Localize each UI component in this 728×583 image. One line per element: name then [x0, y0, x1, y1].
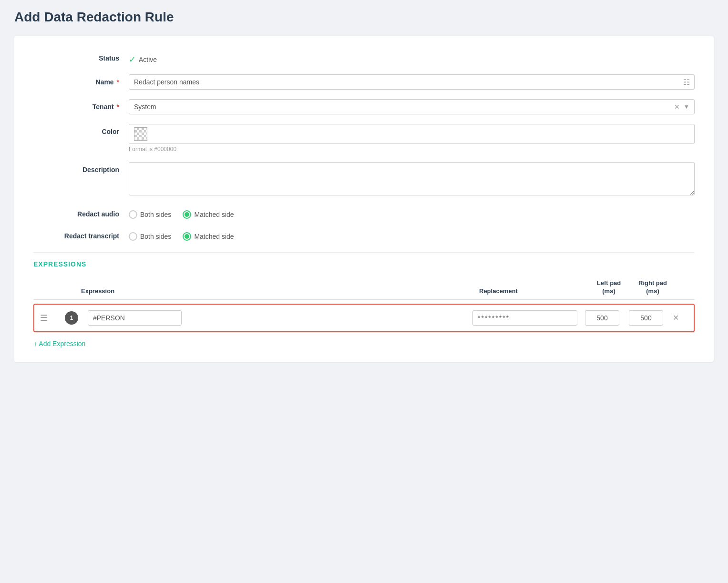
table-row: ☰ 1 ✕	[33, 304, 695, 332]
expression-input[interactable]	[88, 310, 182, 326]
replacement-cell	[472, 310, 577, 326]
name-list-icon: ☷	[683, 78, 690, 87]
color-field[interactable]	[129, 124, 695, 144]
row-number-badge: 1	[65, 311, 78, 325]
tenant-select[interactable]: System ✕ ▼	[129, 99, 695, 114]
tenant-select-value: System	[134, 103, 674, 111]
remove-cell: ✕	[671, 311, 688, 324]
form-card: Status ✓ Active Name * ☷ Tenant * Sys	[14, 36, 714, 362]
remove-row-button[interactable]: ✕	[671, 311, 681, 324]
name-control: ☷	[129, 74, 695, 90]
description-input[interactable]	[129, 162, 695, 195]
replacement-input[interactable]	[472, 310, 577, 326]
leftpad-cell	[583, 310, 621, 326]
redact-audio-both-sides[interactable]: Both sides	[129, 210, 171, 219]
redact-audio-label: Redact audio	[33, 206, 129, 218]
tenant-clear-icon[interactable]: ✕	[674, 103, 680, 111]
name-required-marker: *	[115, 78, 119, 86]
redact-audio-matched-side[interactable]: Matched side	[183, 210, 234, 219]
redact-transcript-matched-side-label: Matched side	[194, 233, 234, 240]
row-number-wrap: 1	[65, 311, 82, 325]
expressions-header: Expression Replacement Left pad (ms) Rig…	[33, 276, 695, 300]
tenant-control: System ✕ ▼	[129, 99, 695, 114]
status-checked-icon[interactable]: ✓	[129, 54, 136, 65]
redact-audio-radio-group: Both sides Matched side	[129, 206, 695, 219]
redact-transcript-both-sides-radio[interactable]	[129, 232, 137, 241]
drag-handle-wrap: ☰	[40, 313, 59, 323]
redact-transcript-both-sides[interactable]: Both sides	[129, 232, 171, 241]
page-title: Add Data Redaction Rule	[14, 10, 714, 25]
tenant-row: Tenant * System ✕ ▼	[33, 99, 695, 114]
expression-col-header: Expression	[81, 287, 473, 296]
expressions-table: Expression Replacement Left pad (ms) Rig…	[33, 276, 695, 332]
tenant-required-marker: *	[115, 103, 119, 111]
rightpad-cell	[627, 310, 665, 326]
expression-cell	[88, 310, 467, 326]
tenant-dropdown-icon[interactable]: ▼	[684, 103, 689, 110]
replacement-col-header: Replacement	[479, 287, 584, 296]
redact-transcript-label: Redact transcript	[33, 228, 129, 240]
status-value: Active	[139, 56, 157, 63]
color-preview-swatch	[134, 127, 147, 141]
redact-audio-matched-side-label: Matched side	[194, 211, 234, 218]
redact-audio-both-sides-radio[interactable]	[129, 210, 137, 219]
color-row: Color Format is #000000	[33, 124, 695, 153]
status-control: ✓ Active	[129, 51, 695, 65]
redact-transcript-both-sides-label: Both sides	[140, 233, 171, 240]
description-control	[129, 162, 695, 197]
rightpad-input[interactable]	[629, 310, 663, 326]
color-control: Format is #000000	[129, 124, 695, 153]
name-label: Name *	[33, 74, 129, 86]
color-hint: Format is #000000	[129, 146, 695, 153]
redact-transcript-matched-side[interactable]: Matched side	[183, 232, 234, 241]
description-row: Description	[33, 162, 695, 197]
redact-transcript-matched-side-radio[interactable]	[183, 232, 191, 241]
drag-handle-icon[interactable]: ☰	[40, 313, 48, 323]
description-label: Description	[33, 162, 129, 174]
tenant-label: Tenant *	[33, 99, 129, 111]
redact-audio-matched-side-radio[interactable]	[183, 210, 191, 219]
status-row: Status ✓ Active	[33, 51, 695, 65]
leftpad-input[interactable]	[585, 310, 619, 326]
redact-transcript-row: Redact transcript Both sides Matched sid…	[33, 228, 695, 241]
rightpad-col-header: Right pad (ms)	[634, 279, 672, 296]
color-label: Color	[33, 124, 129, 135]
redact-audio-row: Redact audio Both sides Matched side	[33, 206, 695, 219]
redact-transcript-radio-group: Both sides Matched side	[129, 228, 695, 241]
expressions-section-title: EXPRESSIONS	[33, 252, 695, 268]
redact-audio-both-sides-label: Both sides	[140, 211, 171, 218]
name-row: Name * ☷	[33, 74, 695, 90]
redact-transcript-control: Both sides Matched side	[129, 228, 695, 241]
redact-audio-control: Both sides Matched side	[129, 206, 695, 219]
name-input[interactable]	[129, 74, 695, 90]
add-expression-button[interactable]: + Add Expression	[33, 340, 85, 348]
leftpad-col-header: Left pad (ms)	[590, 279, 628, 296]
status-label: Status	[33, 51, 129, 62]
page-container: Add Data Redaction Rule Status ✓ Active …	[0, 0, 728, 371]
